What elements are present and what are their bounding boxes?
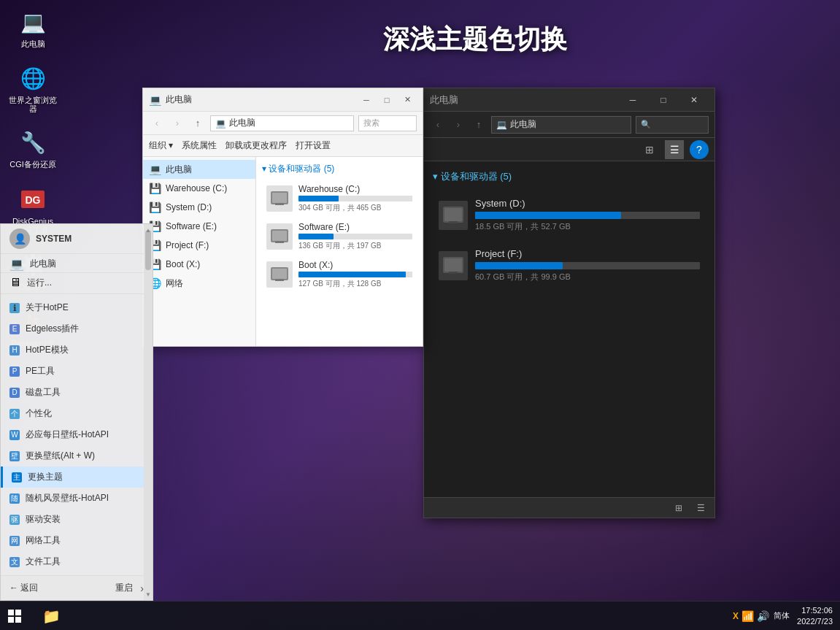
menu-item-wallpaper-api[interactable]: W 必应每日壁纸-HotAPI — [1, 424, 153, 445]
help-dark[interactable]: ? — [690, 140, 709, 159]
win-controls-light: ─ □ ✕ — [357, 93, 417, 107]
sidebar-item-project-f[interactable]: 💾 Project (F:) — [143, 236, 255, 255]
menu-item-hotpe-module[interactable]: H HotPE模块 — [1, 339, 153, 361]
start-menu-bottom: ← 返回 重启 › — [1, 575, 153, 600]
maximize-button-light[interactable]: □ — [377, 93, 396, 107]
drive-software-e-name: Software (E:) — [298, 222, 412, 232]
view-toggle-dark[interactable]: ⊞ — [640, 140, 659, 159]
start-menu: ▲ ▼ 👤 SYSTEM 💻 此电脑 🖥 运行... ℹ 关于HotPE E E… — [0, 223, 153, 601]
drive-warehouse-c-bar — [298, 196, 339, 201]
svg-rect-11 — [275, 241, 284, 243]
back-button[interactable]: ← 返回 — [9, 582, 38, 594]
search-box-light[interactable]: 搜索 — [358, 115, 417, 131]
start-menu-run[interactable]: 🖥 运行... — [1, 273, 153, 294]
address-path-dark[interactable]: 💻 此电脑 — [491, 116, 631, 134]
open-settings-button[interactable]: 打开设置 — [296, 139, 331, 152]
drive-software-e-bar-bg — [298, 234, 412, 239]
menu-label-network-tools: 网络工具 — [26, 534, 61, 547]
svg-rect-7 — [272, 193, 287, 203]
nav-up-light[interactable]: ↑ — [190, 115, 206, 131]
menu-dot-network-tools: 网 — [9, 536, 20, 546]
taskbar-clock[interactable]: 17:52:06 2022/7/23 — [797, 605, 833, 626]
close-button-dark[interactable]: ✕ — [679, 89, 709, 111]
close-button-light[interactable]: ✕ — [398, 93, 417, 107]
menu-item-pe-tools[interactable]: P PE工具 — [1, 361, 153, 382]
menu-item-change-wallpaper[interactable]: 壁 更换壁纸(Alt + W) — [1, 445, 153, 466]
menu-item-edgeless[interactable]: E Edgeless插件 — [1, 318, 153, 339]
drive-boot-x-name: Boot (X:) — [298, 260, 412, 270]
menu-item-about-hotpe[interactable]: ℹ 关于HotPE — [1, 297, 153, 318]
drive-boot-x[interactable]: Boot (X:) 127 GB 可用，共 128 GB — [262, 257, 417, 292]
start-button[interactable] — [0, 602, 29, 631]
maximize-button-dark[interactable]: □ — [649, 89, 678, 111]
drive-software-e[interactable]: Software (E:) 136 GB 可用，共 197 GB — [262, 219, 417, 254]
tray-network-icon[interactable]: 📶 — [741, 610, 754, 622]
network-label: 网络 — [166, 277, 183, 290]
menu-label-disk-tools: 磁盘工具 — [26, 386, 61, 399]
drive-system-d[interactable]: System (D:) 18.5 GB 可用，共 52.7 GB — [433, 192, 706, 238]
status-list-icon[interactable]: ☰ — [693, 500, 709, 516]
sidebar-item-boot-x[interactable]: 💾 Boot (X:) — [143, 255, 255, 274]
tray-ime[interactable]: 简体 — [774, 610, 790, 621]
system-props-button[interactable]: 系统属性 — [182, 139, 217, 152]
drive-project-f[interactable]: Project (F:) 60.7 GB 可用，共 99.9 GB — [433, 242, 706, 288]
address-path-light[interactable]: 💻 此电脑 — [210, 115, 354, 131]
view-list-dark[interactable]: ☰ — [665, 140, 684, 159]
organize-button[interactable]: 组织 ▾ — [149, 139, 173, 152]
explorer-light-title-icon: 💻 — [149, 94, 161, 106]
search-box-dark[interactable]: 🔍 — [636, 116, 709, 134]
sidebar-item-software-e[interactable]: 💾 Software (E:) — [143, 217, 255, 236]
software-e-label: Software (E:) — [166, 221, 217, 231]
menu-dot-wallpaper-api: W — [9, 430, 20, 440]
tray-x-icon[interactable]: X — [733, 611, 739, 621]
nav-back-dark[interactable]: ‹ — [430, 117, 446, 133]
svg-rect-19 — [444, 258, 462, 272]
menu-item-network-tools[interactable]: 网 网络工具 — [1, 530, 153, 551]
menu-item-file-tools[interactable]: 文 文件工具 — [1, 551, 153, 572]
browser-icon: 🌐 — [18, 64, 47, 93]
sidebar-item-warehouse[interactable]: 💾 Warehouse (C:) — [143, 179, 255, 198]
explorer-dark-status-bar: ⊞ ☰ — [424, 497, 714, 518]
nav-forward-dark[interactable]: › — [450, 117, 466, 133]
nav-back-light[interactable]: ‹ — [149, 115, 165, 131]
explorer-dark-main: ▾ 设备和驱动器 (5) System (D:) 18.5 GB 可用，共 52… — [424, 161, 714, 497]
browser-label: 世界之窗浏览器 — [9, 96, 57, 113]
sidebar-item-this-pc[interactable]: 💻 此电脑 — [143, 160, 255, 179]
tray-volume-icon[interactable]: 🔊 — [757, 610, 769, 622]
menu-item-disk-tools[interactable]: D 磁盘工具 — [1, 382, 153, 403]
drive-project-f-name: Project (F:) — [475, 248, 700, 259]
drive-system-d-name: System (D:) — [475, 198, 700, 209]
nav-forward-light[interactable]: › — [169, 115, 185, 131]
drive-warehouse-c[interactable]: Warehouse (C:) 304 GB 可用，共 465 GB — [262, 181, 417, 216]
minimize-button-dark[interactable]: ─ — [618, 89, 647, 111]
menu-dot-about: ℹ — [9, 303, 20, 313]
minimize-button-light[interactable]: ─ — [357, 93, 376, 107]
start-menu-this-pc[interactable]: 💻 此电脑 — [1, 254, 153, 273]
taskbar-file-explorer[interactable]: 📁 — [36, 602, 66, 631]
desktop-icon-browser[interactable]: 🌐 世界之窗浏览器 — [7, 64, 58, 113]
svg-rect-24 — [15, 617, 21, 623]
explorer-light-titlebar: 💻 此电脑 ─ □ ✕ — [143, 88, 423, 112]
restart-button[interactable]: 重启 — [115, 582, 133, 594]
menu-item-change-theme[interactable]: 主 更换主题 — [1, 466, 153, 488]
menu-item-driver[interactable]: 驱 驱动安装 — [1, 509, 153, 530]
explorer-light-content: 💻 此电脑 💾 Warehouse (C:) 💾 System (D:) 💾 S… — [143, 157, 423, 346]
status-grid-icon[interactable]: ⊞ — [671, 500, 687, 516]
drive-boot-x-icon — [266, 261, 293, 288]
drive-boot-x-bar-bg — [298, 272, 412, 277]
uninstall-button[interactable]: 卸载或更改程序 — [226, 139, 287, 152]
drive-warehouse-c-icon — [266, 185, 293, 212]
nav-up-dark[interactable]: ↑ — [471, 117, 487, 133]
menu-item-personalize[interactable]: 个 个性化 — [1, 403, 153, 424]
menu-item-random-wallpaper[interactable]: 随 随机风景壁纸-HotAPI — [1, 488, 153, 509]
desktop-icon-my-computer[interactable]: 💻 此电脑 — [7, 7, 58, 49]
taskbar: 📁 X 📶 🔊 简体 17:52:06 2022/7/23 — [0, 601, 840, 630]
section-header-dark: ▾ 设备和驱动器 (5) — [433, 170, 706, 183]
menu-dot-personalize: 个 — [9, 409, 20, 419]
sidebar-item-system-d[interactable]: 💾 System (D:) — [143, 198, 255, 217]
start-menu-user: 👤 SYSTEM — [1, 224, 153, 254]
run-label: 运行... — [27, 277, 52, 289]
menu-dot-driver: 驱 — [9, 515, 20, 525]
sidebar-item-network[interactable]: 🌐 网络 — [143, 274, 255, 293]
desktop-icon-cgi[interactable]: 🔧 CGI备份还原 — [7, 128, 58, 169]
